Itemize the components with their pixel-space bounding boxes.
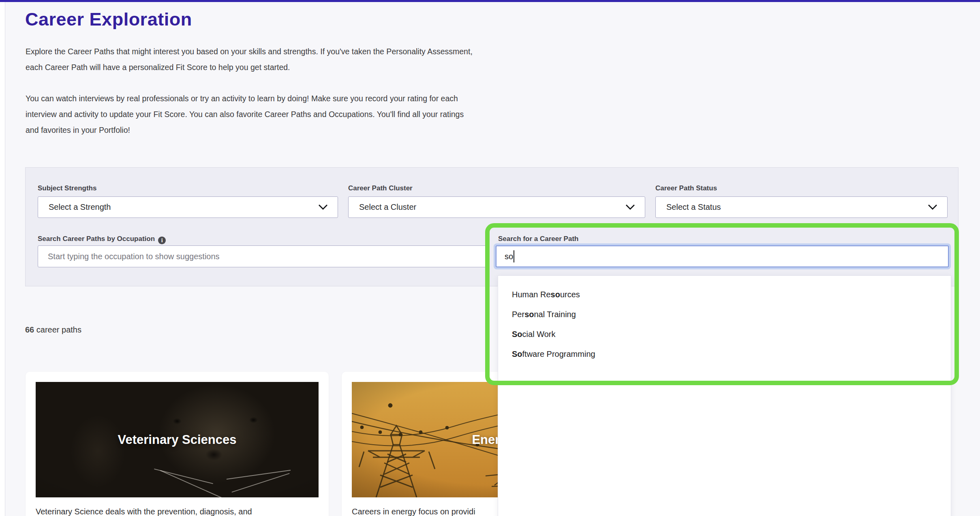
intro-paragraph-1: Explore the Career Paths that might inte… — [26, 44, 473, 75]
veterinary-card-image: Veterinary Sciences — [36, 382, 319, 497]
suggestion-personal-training[interactable]: Personal Training — [498, 305, 951, 324]
chevron-down-icon — [318, 204, 328, 210]
info-icon[interactable] — [158, 237, 166, 244]
subject-strengths-select[interactable]: Select a Strength — [38, 196, 338, 218]
career-path-status-label: Career Path Status — [655, 184, 717, 192]
card-title-overlay: Veterinary Sciences — [118, 433, 237, 447]
text-cursor — [514, 250, 514, 262]
suggestion-human-resources[interactable]: Human Resources — [498, 285, 951, 305]
intro-paragraph-2: You can watch interviews by real profess… — [26, 91, 473, 138]
results-count-label: career paths — [34, 325, 81, 334]
career-path-search-label: Search for a Career Path — [498, 235, 578, 243]
career-path-search-value: so — [505, 252, 513, 261]
career-exploration-page: Career Exploration Explore the Career Pa… — [0, 0, 980, 516]
page-title: Career Exploration — [25, 9, 192, 30]
top-accent-bar — [0, 0, 980, 2]
career-path-cluster-value: Select a Cluster — [359, 203, 416, 212]
suggestion-social-work[interactable]: Social Work — [498, 324, 951, 344]
chevron-down-icon — [625, 204, 635, 210]
chevron-down-icon — [928, 204, 937, 210]
left-edge-scroll-strip[interactable] — [0, 2, 5, 516]
career-path-cluster-label: Career Path Cluster — [348, 184, 413, 192]
suggestion-software-programming[interactable]: Software Programming — [498, 344, 951, 364]
subject-strengths-value: Select a Strength — [49, 203, 111, 212]
career-path-suggestions-dropdown: Human Resources Personal Training Social… — [498, 275, 951, 516]
career-path-search-input[interactable]: so — [496, 245, 949, 267]
card-description: Veterinary Science deals with the preven… — [36, 505, 319, 516]
filter-panel: Subject Strengths Career Path Cluster Ca… — [25, 167, 959, 286]
results-count-number: 66 — [25, 325, 34, 334]
career-path-status-select[interactable]: Select a Status — [655, 196, 948, 218]
career-path-status-value: Select a Status — [666, 203, 721, 212]
career-path-cluster-select[interactable]: Select a Cluster — [348, 196, 645, 218]
occupation-search-label: Search Career Paths by Occupation — [38, 235, 166, 244]
subject-strengths-label: Subject Strengths — [38, 184, 96, 192]
results-count: 66 career paths — [25, 325, 81, 335]
career-path-card-veterinary-sciences[interactable]: Veterinary Sciences Veterinary Science d… — [26, 372, 329, 516]
occupation-search-input[interactable] — [38, 245, 488, 267]
